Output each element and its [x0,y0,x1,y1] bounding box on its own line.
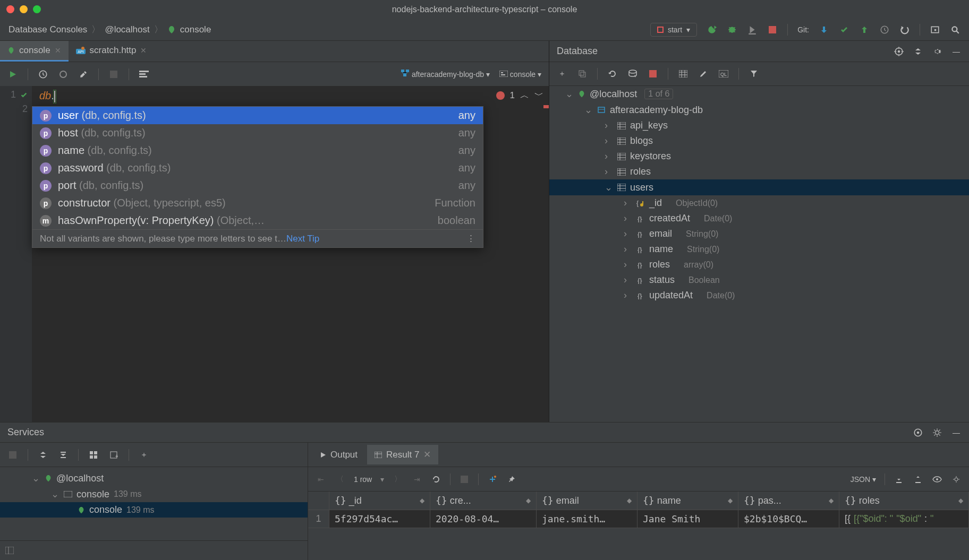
datasource-node[interactable]: ⌄ @localhost 1 of 6 [549,86,969,102]
services-console-node[interactable]: ⌄ console 139 ms [0,486,308,502]
tab-console[interactable]: console ✕ [0,41,69,62]
cell-id[interactable]: 5f297d54ac… [329,510,430,528]
chevron-right-icon[interactable]: › [624,197,632,209]
column-node-roles[interactable]: ›{}roles array(0) [549,257,969,272]
reload-icon[interactable] [431,474,441,485]
history-icon[interactable] [38,69,48,80]
git-history-button[interactable] [879,24,890,35]
table-node-blogs[interactable]: ›blogs [549,133,969,149]
filter-icon[interactable] [749,68,759,79]
error-indicator[interactable]: 1 ︿ ﹀ [496,89,543,101]
target-icon[interactable] [894,46,904,57]
disconnect-button[interactable] [648,68,658,79]
sort-icon[interactable]: ◆ [627,497,632,504]
stop-button[interactable] [767,24,778,35]
autocomplete-item[interactable]: pname (db, config.ts)any [32,142,483,159]
sync-button[interactable] [627,68,638,79]
tx-mode-icon[interactable] [58,69,69,80]
first-page-icon[interactable]: ⇤ [316,474,326,485]
layout-icon[interactable] [4,545,15,556]
minimize-icon[interactable]: — [951,46,962,57]
chevron-right-icon[interactable]: › [624,274,632,286]
chevron-down-icon[interactable]: ⌄ [51,488,60,500]
sort-icon[interactable]: ◆ [958,497,963,504]
sort-icon[interactable]: ◆ [526,497,531,504]
table-view-icon[interactable] [678,68,688,79]
ide-settings-button[interactable] [930,24,940,35]
cell-email[interactable]: jane.smith… [537,510,638,528]
collapse-all-icon[interactable] [58,450,69,460]
autocomplete-item[interactable]: puser (db, config.ts)any [32,107,483,124]
export-icon[interactable] [894,474,904,485]
chevron-right-icon[interactable]: › [624,228,632,239]
chevron-right-icon[interactable]: › [624,259,632,270]
chevron-right-icon[interactable]: › [624,244,632,255]
autocomplete-item[interactable]: phost (db, config.ts)any [32,124,483,142]
table-node-roles[interactable]: ›roles [549,164,969,179]
row-count[interactable]: 1 row [354,475,372,484]
console-selector[interactable]: console ▾ [499,70,541,79]
cell-name[interactable]: Jane Smith [638,510,738,528]
stop-result-icon[interactable] [459,474,470,485]
column-node-status[interactable]: ›{}status Boolean [549,272,969,288]
next-error-icon[interactable]: ﹀ [534,89,543,101]
services-tree[interactable]: ⌄ @localhost ⌄ console 139 ms console 13… [0,467,308,540]
last-page-icon[interactable]: ⇥ [412,474,422,485]
git-push-button[interactable] [859,24,870,35]
table-node-keystores[interactable]: ›keystores [549,149,969,164]
breadcrumb-host[interactable]: @localhost [105,24,149,35]
column-node-_id[interactable]: ›{_id ObjectId(0) [549,195,969,211]
chevron-down-icon[interactable]: ⌄ [605,182,613,193]
column-header-name[interactable]: {} name◆ [638,492,738,510]
chevron-down-icon[interactable]: ▾ [380,475,384,484]
close-icon[interactable]: ✕ [140,46,147,55]
run-configuration-dropdown[interactable]: start ▾ [650,23,697,37]
coverage-button[interactable] [747,24,758,35]
chevron-right-icon[interactable]: › [605,151,613,162]
chevron-down-icon[interactable]: ⌄ [565,88,574,100]
more-icon[interactable]: ⋮ [466,233,475,244]
table-node-users[interactable]: ⌄users [549,179,969,195]
refresh-button[interactable] [607,68,618,79]
schema-node[interactable]: ⌄ afteracademy-blog-db [549,102,969,118]
chevron-down-icon[interactable]: ⌄ [32,472,40,484]
cell-password[interactable]: $2b$10$BCQ… [738,510,839,528]
sort-icon[interactable]: ◆ [829,497,834,504]
column-node-createdAt[interactable]: ›{}createdAt Date(0) [549,211,969,226]
result-table[interactable]: {} _id◆ {} cre...◆ {} email◆ {} name◆ {}… [308,492,969,560]
chevron-right-icon[interactable]: › [624,290,632,301]
stop-service-button[interactable] [7,450,18,460]
error-stripe[interactable] [543,105,549,108]
autocomplete-item[interactable]: ppassword (db, config.ts)any [32,159,483,177]
breadcrumb-root[interactable]: Database Consoles [8,24,87,35]
edit-icon[interactable] [698,68,709,79]
database-tree[interactable]: ⌄ @localhost 1 of 6 ⌄ afteracademy-blog-… [549,86,969,422]
autocomplete-item[interactable]: pconstructor (Object, typescript, es5)Fu… [32,194,483,212]
stop-query-button[interactable] [108,69,119,80]
gear-icon[interactable] [932,46,942,57]
column-header-created[interactable]: {} cre...◆ [430,492,537,510]
query-console-icon[interactable]: QL [718,68,729,79]
expand-all-icon[interactable] [38,450,48,460]
prev-error-icon[interactable]: ︿ [520,89,529,101]
view-icon[interactable] [932,474,942,485]
cell-created[interactable]: 2020-08-04… [430,510,537,528]
target-icon[interactable] [913,427,923,438]
run-button[interactable] [707,24,717,35]
column-node-updatedAt[interactable]: ›{}updatedAt Date(0) [549,288,969,303]
chevron-right-icon[interactable]: › [605,135,613,147]
search-everywhere-button[interactable] [950,24,960,35]
tab-scratch-http[interactable]: API scratch.http ✕ [69,41,155,62]
column-header-roles[interactable]: {} roles◆ [839,492,969,510]
pin-icon[interactable] [506,474,517,485]
git-revert-button[interactable] [899,24,910,35]
tab-result[interactable]: Result 7 ✕ [367,445,438,464]
debug-button[interactable] [727,24,737,35]
explain-plan-icon[interactable] [139,69,149,80]
add-row-icon[interactable] [487,474,498,485]
chevron-right-icon[interactable]: › [624,213,632,224]
close-icon[interactable]: ✕ [55,46,61,55]
git-pull-button[interactable] [819,24,829,35]
sort-icon[interactable]: ◆ [420,497,424,504]
chevron-down-icon[interactable]: ⌄ [584,104,593,116]
